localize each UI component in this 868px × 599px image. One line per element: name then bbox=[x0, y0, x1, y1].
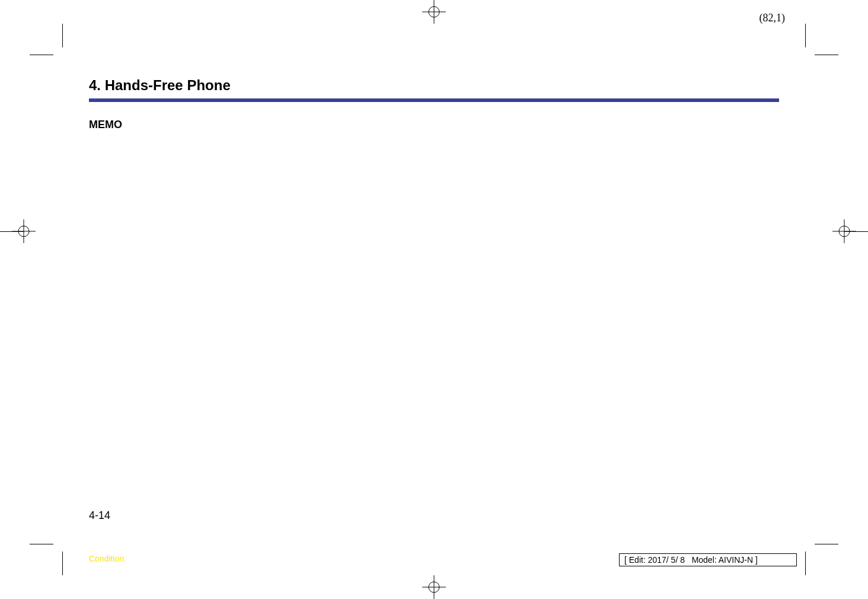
registration-mark-icon bbox=[12, 219, 36, 243]
crop-tick bbox=[62, 552, 63, 575]
crop-tick bbox=[62, 24, 63, 47]
memo-heading: MEMO bbox=[89, 119, 779, 131]
page: (82,1) 4. Hands-Free Phone MEMO 4-14 Con… bbox=[0, 0, 868, 599]
crop-tick bbox=[30, 55, 53, 55]
crop-tick bbox=[30, 544, 53, 544]
crop-tick bbox=[805, 552, 806, 575]
registration-mark-icon bbox=[422, 575, 446, 599]
edit-info-box: [ Edit: 2017/ 5/ 8 Model: AIVINJ-N ] bbox=[619, 553, 797, 566]
horizontal-rule bbox=[89, 98, 779, 102]
crop-tick bbox=[815, 544, 838, 544]
content-area: 4. Hands-Free Phone MEMO bbox=[89, 77, 779, 131]
page-coordinate: (82,1) bbox=[760, 12, 786, 24]
crop-tick bbox=[805, 24, 806, 47]
condition-label: Condition: bbox=[89, 554, 126, 563]
registration-mark-icon bbox=[832, 219, 856, 243]
crop-tick bbox=[815, 55, 838, 55]
registration-mark-icon bbox=[422, 0, 446, 24]
page-number: 4-14 bbox=[89, 509, 110, 522]
section-title: 4. Hands-Free Phone bbox=[89, 77, 779, 94]
